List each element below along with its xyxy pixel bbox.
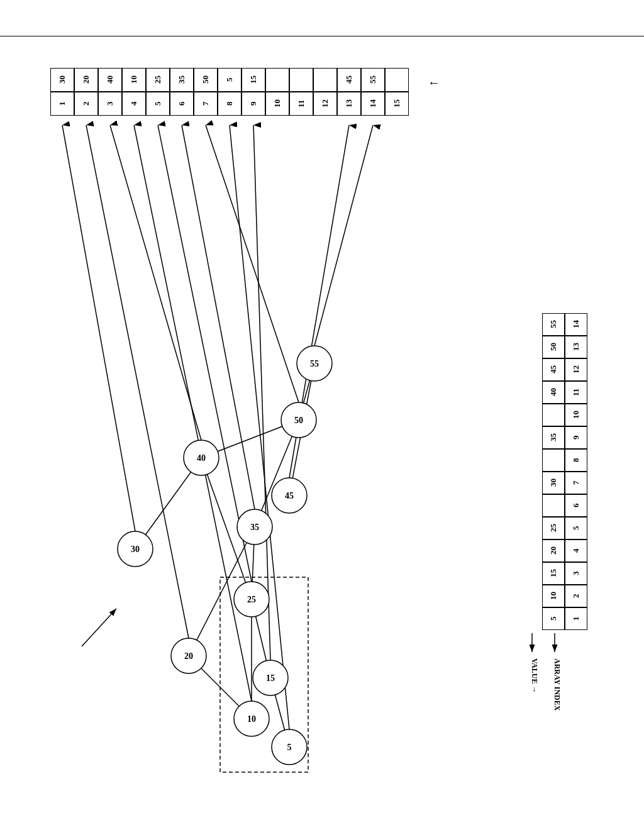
index-cell-2: 2	[74, 92, 98, 116]
index-cell-10: 10	[265, 92, 289, 116]
svg-line-16	[289, 363, 314, 495]
svg-line-10	[289, 125, 349, 478]
svg-rect-25	[220, 577, 308, 772]
svg-point-44	[281, 402, 316, 438]
value-cell-4: 10	[122, 68, 146, 92]
rt-value-col-cell-11: 45	[542, 358, 565, 381]
svg-line-13	[299, 363, 314, 420]
value-cell-11	[289, 68, 313, 92]
rt-value-col-cell-6: 30	[542, 472, 565, 494]
svg-text:30: 30	[131, 545, 140, 554]
svg-line-4	[253, 125, 270, 660]
rt-index-col-cell-2: 3	[565, 562, 587, 585]
index-cell-3: 3	[98, 92, 122, 116]
svg-point-26	[272, 729, 307, 765]
index-row: 123456789101112131415	[50, 92, 409, 116]
value-arrow: ←	[428, 75, 440, 90]
rt-value-col-cell-12: 50	[542, 336, 565, 358]
rt-index-col-cell-10: 11	[565, 381, 587, 404]
value-cell-8: 5	[218, 68, 242, 92]
svg-text:45: 45	[285, 491, 294, 501]
svg-point-46	[297, 346, 332, 381]
index-cell-1: 1	[50, 92, 74, 116]
value-label: ←	[428, 75, 445, 90]
rt-index-col-cell-11: 12	[565, 358, 587, 381]
svg-text:55: 55	[310, 359, 319, 368]
index-cell-8: 8	[218, 92, 242, 116]
index-cell-15: 15	[385, 92, 409, 116]
value-cell-1: 30	[50, 68, 74, 92]
svg-point-32	[171, 638, 206, 673]
rt-index-col-cell-8: 9	[565, 426, 587, 449]
svg-text:25: 25	[247, 595, 256, 604]
rt-index-col-cell-5: 6	[565, 494, 587, 517]
svg-text:ARRAY INDEX: ARRAY INDEX	[553, 658, 562, 711]
svg-text:50: 50	[294, 416, 303, 425]
rt-value-col-cell-1: 10	[542, 585, 565, 607]
value-cell-10	[265, 68, 289, 92]
svg-point-40	[184, 440, 219, 475]
svg-line-9	[110, 125, 201, 440]
svg-line-5	[86, 125, 189, 638]
index-cell-13: 13	[337, 92, 361, 116]
value-cell-2: 20	[74, 68, 98, 92]
svg-text:VALUE →: VALUE →	[530, 658, 539, 693]
value-cell-14: 55	[361, 68, 385, 92]
rt-index-col-cell-6: 7	[565, 472, 587, 494]
rt-index-col-cell-7: 8	[565, 449, 587, 472]
svg-line-11	[206, 125, 299, 402]
rt-index-col-cell-0: 1	[565, 607, 587, 630]
value-cell-12	[313, 68, 337, 92]
index-cell-6: 6	[170, 92, 194, 116]
svg-line-48	[82, 609, 116, 646]
rt-index-col-cell-9: 10	[565, 404, 587, 426]
svg-line-20	[189, 527, 255, 656]
rt-index-col-cell-12: 13	[565, 336, 587, 358]
rt-index-col-cell-1: 2	[565, 585, 587, 607]
rt-value-col-cell-7	[542, 449, 565, 472]
svg-line-15	[255, 420, 299, 527]
svg-line-19	[252, 527, 255, 599]
rt-value-col-cell-3: 20	[542, 540, 565, 562]
svg-text:15: 15	[266, 673, 275, 683]
publication-date-sheet	[318, 19, 327, 30]
rt-index-col-cell-13: 14	[565, 313, 587, 336]
rt-index-col: 1234567891011121314	[565, 313, 587, 630]
index-cell-9: 9	[242, 92, 265, 116]
rt-value-col-cell-2: 15	[542, 562, 565, 585]
index-cell-12: 12	[313, 92, 337, 116]
svg-line-24	[270, 678, 289, 747]
svg-text:10: 10	[247, 714, 256, 724]
svg-text:5: 5	[287, 743, 292, 752]
rt-value-col-cell-5	[542, 494, 565, 517]
index-cell-5: 5	[146, 92, 170, 116]
svg-line-2	[230, 125, 289, 729]
value-cell-9: 15	[242, 68, 265, 92]
value-cell-15	[385, 68, 409, 92]
svg-line-3	[134, 125, 252, 701]
rt-index-col-cell-4: 5	[565, 517, 587, 540]
rt-value-col-cell-13: 55	[542, 313, 565, 336]
svg-text:35: 35	[250, 523, 259, 532]
rt-value-col-cell-9	[542, 404, 565, 426]
value-cell-5: 25	[146, 68, 170, 92]
right-table: 5101520253035404550551234567891011121314	[542, 313, 587, 630]
rt-value-col-cell-8: 35	[542, 426, 565, 449]
index-cell-7: 7	[194, 92, 218, 116]
svg-point-28	[234, 701, 269, 736]
svg-point-30	[253, 660, 288, 695]
index-cell-14: 14	[361, 92, 385, 116]
svg-point-34	[234, 582, 269, 617]
svg-line-18	[201, 458, 252, 599]
rt-value-col-cell-4: 25	[542, 517, 565, 540]
svg-line-6	[158, 125, 252, 582]
svg-line-17	[135, 458, 201, 549]
svg-line-14	[201, 420, 299, 458]
top-array: 302040102535505154555 123456789101112131…	[50, 68, 409, 116]
rt-value-col-cell-10: 40	[542, 381, 565, 404]
value-row: 302040102535505154555	[50, 68, 409, 92]
svg-line-8	[182, 125, 255, 509]
page-header	[0, 0, 644, 36]
svg-text:20: 20	[184, 651, 193, 661]
svg-line-12	[314, 125, 373, 346]
